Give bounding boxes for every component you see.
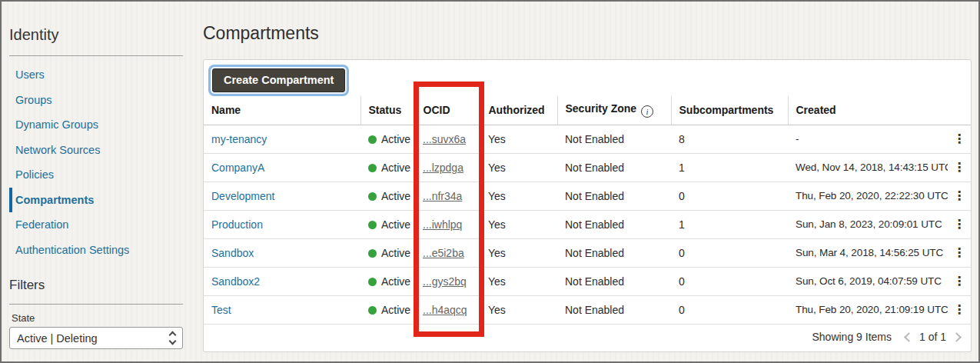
- sidebar-item-network-sources[interactable]: Network Sources: [9, 138, 183, 163]
- authorized-cell: Yes: [480, 210, 557, 238]
- table-row: my-tenancyActive...suvx6aYesNot Enabled8…: [204, 125, 971, 153]
- green-dot-icon: [368, 192, 377, 201]
- subcompartments-cell: 1: [671, 210, 788, 238]
- authorized-cell: Yes: [480, 182, 557, 210]
- table-row: Sandbox2Active...gys2bqYesNot Enabled0Su…: [204, 267, 971, 295]
- created-cell: Wed, Nov 14, 2018, 14:43:15 UTC: [788, 153, 948, 182]
- green-dot-icon: [368, 249, 377, 258]
- status-text: Active: [381, 162, 410, 174]
- status-text: Active: [381, 190, 410, 202]
- compartment-name-link[interactable]: Production: [211, 218, 263, 231]
- authorized-cell: Yes: [480, 295, 557, 324]
- security-zone-cell: Not Enabled: [557, 210, 671, 238]
- security-zone-cell: Not Enabled: [557, 125, 671, 153]
- sidebar-item-authentication-settings[interactable]: Authentication Settings: [9, 238, 183, 263]
- status-text: Active: [381, 275, 410, 288]
- state-filter-label: State: [9, 312, 183, 324]
- authorized-cell: Yes: [480, 267, 557, 295]
- compartments-card: Create Compartment Name Status OCID Auth…: [203, 59, 972, 352]
- screenshot-frame: Identity UsersGroupsDynamic GroupsNetwor…: [0, 0, 980, 363]
- subcompartments-cell: 0: [671, 267, 788, 295]
- subcompartments-cell: 0: [671, 238, 788, 267]
- table-row: SandboxActive...e5i2baYesNot Enabled0Sun…: [204, 238, 971, 267]
- green-dot-icon: [368, 306, 377, 315]
- table-row: TestActive...h4aqcqYesNot Enabled0Thu, F…: [204, 295, 971, 324]
- authorized-cell: Yes: [480, 238, 557, 267]
- created-cell: Sun, Jan 8, 2023, 20:09:01 UTC: [788, 210, 948, 238]
- ocid-link[interactable]: ...suvx6a: [423, 133, 466, 145]
- compartment-name-link[interactable]: Test: [211, 304, 231, 316]
- green-dot-icon: [368, 221, 377, 229]
- column-header-name: Name: [204, 96, 360, 125]
- subcompartments-cell: 1: [671, 153, 788, 182]
- kebab-menu-icon[interactable]: ⋮: [953, 189, 965, 202]
- subcompartments-cell: 0: [671, 182, 788, 210]
- sidebar-item-policies[interactable]: Policies: [9, 162, 183, 188]
- filters-divider: [9, 304, 183, 305]
- identity-sidebar: Identity UsersGroupsDynamic GroupsNetwor…: [2, 2, 192, 361]
- kebab-menu-icon[interactable]: ⋮: [953, 218, 965, 231]
- ocid-link[interactable]: ...gys2bq: [423, 275, 467, 288]
- chevron-right-icon[interactable]: [952, 332, 962, 342]
- status-text: Active: [381, 247, 410, 259]
- sidebar-item-compartments[interactable]: Compartments: [9, 188, 183, 213]
- ocid-link[interactable]: ...h4aqcq: [423, 304, 467, 316]
- subcompartments-cell: 0: [671, 295, 788, 324]
- create-compartment-button[interactable]: Create Compartment: [212, 68, 345, 92]
- pagination-text: 1 of 1: [919, 331, 946, 343]
- security-zone-cell: Not Enabled: [557, 182, 671, 210]
- sidebar-title: Identity: [9, 26, 183, 44]
- kebab-menu-icon[interactable]: ⋮: [953, 161, 965, 174]
- ocid-link[interactable]: ...iwhlpq: [423, 218, 462, 231]
- sidebar-item-dynamic-groups[interactable]: Dynamic Groups: [9, 112, 183, 138]
- table-header-row: Name Status OCID Authorized Security Zon…: [204, 96, 971, 125]
- security-zone-cell: Not Enabled: [557, 295, 671, 324]
- column-header-status: Status: [360, 96, 415, 125]
- chevron-left-icon[interactable]: [904, 332, 914, 342]
- state-filter-value: Active | Deleting: [17, 332, 98, 345]
- security-zone-cell: Not Enabled: [557, 267, 671, 295]
- column-header-ocid: OCID: [415, 96, 480, 125]
- table-row: ProductionActive...iwhlpqYesNot Enabled1…: [204, 210, 971, 238]
- column-header-security-zone: Security Zonei: [557, 96, 671, 125]
- up-down-chevrons-icon: [170, 332, 175, 344]
- green-dot-icon: [368, 135, 377, 144]
- kebab-menu-icon[interactable]: ⋮: [953, 303, 965, 316]
- sidebar-item-groups[interactable]: Groups: [9, 88, 183, 113]
- compartments-tbody: my-tenancyActive...suvx6aYesNot Enabled8…: [204, 125, 971, 324]
- security-zone-cell: Not Enabled: [557, 238, 671, 267]
- status-text: Active: [381, 304, 410, 316]
- created-cell: Sun, Mar 4, 2018, 14:56:25 UTC: [788, 238, 948, 267]
- created-cell: Sun, Oct 6, 2019, 04:07:59 UTC: [788, 267, 948, 295]
- status-text: Active: [381, 133, 410, 145]
- compartment-name-link[interactable]: Sandbox2: [211, 275, 260, 288]
- sidebar-item-federation[interactable]: Federation: [9, 212, 183, 238]
- authorized-cell: Yes: [480, 125, 557, 153]
- compartment-name-link[interactable]: CompanyA: [211, 162, 264, 174]
- green-dot-icon: [368, 278, 377, 286]
- info-icon[interactable]: i: [641, 105, 653, 118]
- compartment-name-link[interactable]: my-tenancy: [211, 133, 267, 145]
- sidebar-divider: [9, 55, 183, 56]
- created-cell: Thu, Feb 20, 2020, 21:09:19 UTC: [788, 295, 948, 324]
- security-zone-cell: Not Enabled: [557, 153, 671, 182]
- status-text: Active: [381, 218, 410, 231]
- kebab-menu-icon[interactable]: ⋮: [953, 132, 965, 145]
- pagination: 1 of 1: [905, 331, 960, 343]
- created-cell: -: [788, 125, 948, 153]
- filters-title: Filters: [9, 278, 183, 293]
- kebab-menu-icon[interactable]: ⋮: [953, 246, 965, 259]
- column-header-subcompartments: Subcompartments: [671, 96, 788, 125]
- kebab-menu-icon[interactable]: ⋮: [953, 275, 965, 288]
- table-row: CompanyAActive...lzpdgaYesNot Enabled1We…: [204, 153, 971, 182]
- compartment-name-link[interactable]: Development: [211, 190, 275, 202]
- compartment-name-link[interactable]: Sandbox: [211, 247, 254, 259]
- ocid-link[interactable]: ...e5i2ba: [423, 247, 464, 259]
- created-cell: Thu, Feb 20, 2020, 22:22:30 UTC: [788, 182, 948, 210]
- ocid-link[interactable]: ...lzpdga: [423, 162, 463, 174]
- ocid-link[interactable]: ...nfr34a: [423, 190, 462, 202]
- sidebar-item-users[interactable]: Users: [9, 62, 183, 88]
- state-filter-select[interactable]: Active | Deleting: [9, 327, 183, 349]
- column-header-authorized: Authorized: [480, 96, 557, 125]
- compartments-table: Name Status OCID Authorized Security Zon…: [204, 96, 971, 325]
